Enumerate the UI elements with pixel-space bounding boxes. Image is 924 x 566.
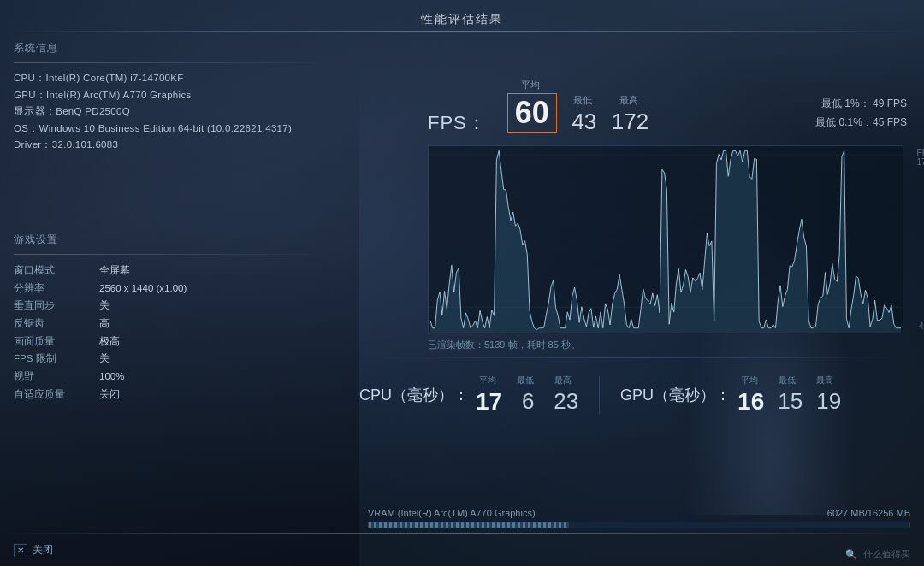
display-info: 显示器：BenQ PD2500Q [14,103,339,121]
cpu-timing-values: 平均 最低 最高 17 6 23 [476,374,578,416]
fps-avg-label: 平均 [521,79,540,91]
system-info-label: 系统信息 [14,41,339,56]
cpu-timing-label: CPU（毫秒）： [359,385,469,405]
fps-avg-group: 平均 60 [507,79,557,133]
gpu-timing-label: GPU（毫秒）： [620,385,731,405]
system-info-panel: 系统信息 CPU：Intel(R) Core(TM) i7-14700KF GP… [14,41,339,154]
settings-val: 100% [99,368,339,386]
settings-val: 关 [99,297,339,315]
fps-right-stats: 最低 1%： 49 FPS最低 0.1%：45 FPS [815,95,907,132]
timing-section: CPU（毫秒）： 平均 最低 最高 17 6 23 GPU（毫秒）： [359,374,915,416]
system-info-divider [14,62,339,63]
settings-row: 画面质量极高 [14,333,339,351]
cpu-max-value: 23 [554,388,578,416]
cpu-col-max: 最高 [551,374,575,386]
settings-row: 反锯齿高 [14,315,339,333]
game-settings-divider [14,254,339,255]
chart-y-top: FPS 172 [917,148,924,167]
chart-caption: 已渲染帧数：5139 帧，耗时 85 秒。 [428,339,580,351]
settings-val: 2560 x 1440 (x1.00) [99,280,339,298]
fps-avg-box: 60 [507,93,557,133]
gpu-max-value: 19 [816,388,841,416]
gpu-col-max: 最高 [813,374,837,386]
timing-separator [599,376,600,414]
settings-val: 高 [99,315,339,333]
settings-key: 分辨率 [14,280,99,298]
watermark-text: 什么值得买 [863,549,910,559]
settings-key: 视野 [14,368,99,386]
settings-val: 极高 [99,333,339,351]
settings-val: 全屏幕 [99,262,339,280]
game-settings-panel: 游戏设置 窗口模式全屏幕分辨率2560 x 1440 (x1.00)垂直同步关反… [14,233,339,404]
watermark: 🔍 什么值得买 [845,548,910,561]
cpu-col-min: 最低 [513,374,537,386]
cpu-min-value: 6 [516,388,540,416]
driver-info: Driver：32.0.101.6083 [14,137,339,154]
divider-top [0,31,924,32]
fps-min-label: 最低 [573,94,592,107]
settings-key: 反锯齿 [14,315,99,333]
fps-max-value: 172 [612,110,649,133]
settings-key: 自适应质量 [14,386,99,404]
fps-stat-line: 最低 0.1%：45 FPS [815,114,907,133]
vram-header: VRAM (Intel(R) Arc(TM) A770 Graphics) 60… [368,508,910,518]
vram-section: VRAM (Intel(R) Arc(TM) A770 Graphics) 60… [368,508,910,528]
fps-stat-line: 最低 1%： 49 FPS [815,95,907,114]
settings-row: 自适应质量关闭 [14,386,339,404]
settings-val: 关 [99,350,339,368]
settings-key: 窗口模式 [14,262,99,280]
cpu-timing-block: CPU（毫秒）： 平均 最低 最高 17 6 23 [359,374,578,416]
fps-min-value: 43 [567,110,601,133]
fps-max-group: 最高 172 [612,94,649,133]
fps-label: FPS： [428,114,487,133]
settings-key: 画面质量 [14,333,99,351]
fps-avg-value: 60 [515,96,549,130]
close-label: 关闭 [33,543,53,557]
gpu-avg-value: 16 [737,388,764,416]
cpu-avg-value: 17 [476,388,502,416]
gpu-col-min: 最低 [775,374,799,386]
fps-header: FPS： 平均 60 最低 43 最高 172 最低 1%： 49 FPS最低 … [428,79,907,133]
fps-chart-container: FPS 172 43 [428,145,903,333]
divider-bottom [0,533,924,534]
timing-divider [368,357,910,358]
watermark-icon: 🔍 [845,549,857,559]
fps-label-group: FPS： [428,100,500,133]
game-settings-label: 游戏设置 [14,233,339,247]
vram-label: VRAM (Intel(R) Arc(TM) A770 Graphics) [368,508,536,518]
gpu-col-avg: 平均 [737,374,761,386]
settings-row: 分辨率2560 x 1440 (x1.00) [14,280,339,298]
settings-row: 视野100% [14,368,339,386]
fps-chart-svg [429,146,903,333]
gpu-min-value: 15 [778,388,803,416]
os-info: OS：Windows 10 Business Edition 64-bit (1… [14,121,339,138]
settings-val: 关闭 [99,386,339,404]
gpu-timing-values: 平均 最低 最高 16 15 19 [737,374,841,416]
fps-min-group: 最低 43 [567,94,601,133]
vram-usage: 6027 MB/16256 MB [827,508,910,518]
settings-row: 窗口模式全屏幕 [14,262,339,280]
cpu-col-avg: 平均 [476,374,500,386]
chart-y-bottom: 43 [919,321,924,331]
settings-key: FPS 限制 [14,350,99,368]
vram-bar-background [368,522,910,528]
gpu-timing-block: GPU（毫秒）： 平均 最低 最高 16 15 19 [620,374,841,416]
fps-section: FPS： 平均 60 最低 43 最高 172 最低 1%： 49 FPS最低 … [428,79,907,136]
settings-table: 窗口模式全屏幕分辨率2560 x 1440 (x1.00)垂直同步关反锯齿高画面… [14,262,339,404]
vram-bar-fill [369,522,569,528]
settings-key: 垂直同步 [14,297,99,315]
chart-fill [430,150,901,333]
close-button[interactable]: ✕ 关闭 [14,543,53,557]
page-title: 性能评估结果 [421,12,503,27]
settings-row: 垂直同步关 [14,297,339,315]
settings-row: FPS 限制关 [14,350,339,368]
chart-y-top-val: 172 [917,157,924,167]
close-icon: ✕ [14,544,27,557]
fps-max-label: 最高 [619,94,638,107]
gpu-info: GPU：Intel(R) Arc(TM) A770 Graphics [14,87,339,104]
cpu-info: CPU：Intel(R) Core(TM) i7-14700KF [14,70,339,87]
overlay: 性能评估结果 系统信息 CPU：Intel(R) Core(TM) i7-147… [0,0,924,566]
